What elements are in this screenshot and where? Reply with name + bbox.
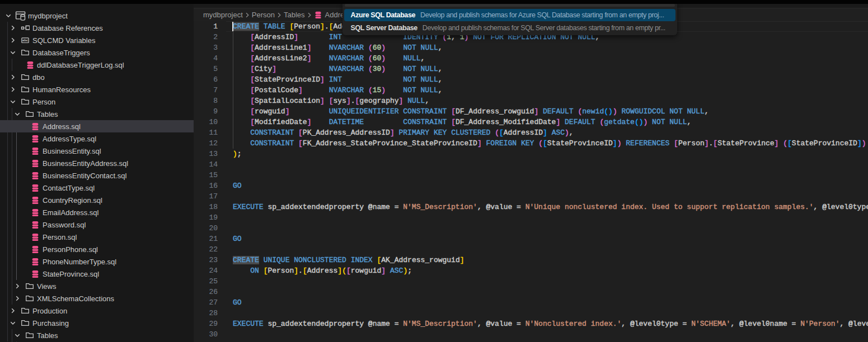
svg-text:abc: abc — [22, 39, 29, 42]
